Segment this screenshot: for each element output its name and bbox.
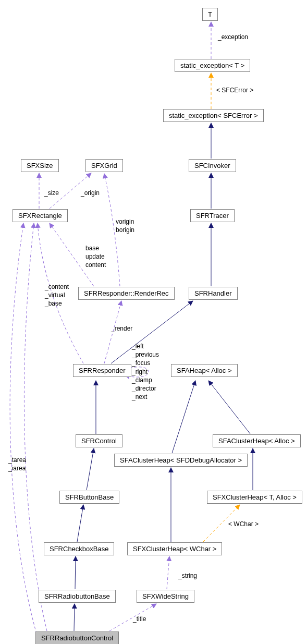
node-label: SFRResponder::RenderRec — [84, 289, 169, 297]
node-label: SFRHandler — [194, 289, 232, 297]
node-label: SFXRectangle — [18, 212, 62, 220]
node-SFRRadiobuttonControl[interactable]: SFRRadiobuttonControl — [35, 631, 119, 644]
edge-label-render: _render — [111, 324, 132, 333]
node-SFCInvoker[interactable]: SFCInvoker — [189, 159, 236, 172]
node-label: SFCInvoker — [194, 162, 230, 169]
node-SFAClusterHeap-DbgAlloc[interactable]: SFAClusterHeap< SFDDebugAllocator > — [114, 454, 248, 467]
node-T[interactable]: T — [202, 8, 218, 21]
node-label: SFRControl — [81, 437, 117, 445]
node-SFRResponder[interactable]: SFRResponder — [73, 364, 131, 377]
node-SFAClusterHeap-Alloc[interactable]: SFAClusterHeap< Alloc > — [213, 434, 301, 447]
node-label: SFAClusterHeap< SFDDebugAllocator > — [120, 456, 242, 464]
node-SFRRadiobuttonBase[interactable]: SFRRadiobuttonBase — [39, 590, 116, 603]
node-SFXWideString[interactable]: SFXWideString — [137, 590, 194, 603]
node-SFRCheckboxBase[interactable]: SFRCheckboxBase — [44, 542, 114, 555]
node-label: SFXSize — [27, 162, 53, 169]
edge-label-cvb: _content _virtual _base — [45, 283, 69, 308]
node-label: SFRResponder — [79, 367, 126, 374]
node-label: SFRRadiobuttonBase — [44, 592, 110, 600]
node-label: static_exception< SFCError > — [169, 112, 258, 119]
node-static-exception-T[interactable]: static_exception< T > — [175, 59, 250, 72]
node-SFXRectangle[interactable]: SFXRectangle — [13, 209, 68, 222]
edge-label-exception: _exception — [218, 33, 248, 41]
edge-label-sfcerror: < SFCError > — [216, 86, 253, 94]
edge-label-vorigin: vorigin borigin — [116, 217, 134, 234]
edge-label-tarea: _tarea _iarea — [8, 456, 26, 472]
node-label: SFAClusterHeap< Alloc > — [218, 437, 295, 445]
node-label: SFXGrid — [91, 162, 117, 169]
node-label: SFAHeap< Alloc > — [177, 367, 232, 374]
node-SFXClusterHeap-T-Alloc[interactable]: SFXClusterHeap< T, Alloc > — [207, 491, 302, 504]
node-label: SFRRadiobuttonControl — [41, 634, 113, 642]
node-SFRResponder-RenderRec[interactable]: SFRResponder::RenderRec — [78, 287, 175, 300]
node-SFXSize[interactable]: SFXSize — [21, 159, 59, 172]
edge-label-origin: _origin — [81, 189, 100, 197]
node-SFAHeap-Alloc[interactable]: SFAHeap< Alloc > — [171, 364, 238, 377]
node-SFRHandler[interactable]: SFRHandler — [189, 287, 238, 300]
diagram-canvas: T static_exception< T > static_exception… — [0, 0, 307, 644]
edge-label-base-upd: base update content — [85, 244, 106, 270]
node-static-exception-SFCError[interactable]: static_exception< SFCError > — [163, 109, 264, 122]
node-SFXGrid[interactable]: SFXGrid — [85, 159, 123, 172]
node-label: SFRCheckboxBase — [50, 545, 108, 553]
node-SFXClusterHeap-WChar[interactable]: SFXClusterHeap< WChar > — [127, 542, 222, 555]
edge-label-selfloop: _left _previous _focus _right _clamp _di… — [132, 342, 159, 401]
node-label: SFXWideString — [142, 592, 189, 600]
node-SFRTracer[interactable]: SFRTracer — [190, 209, 235, 222]
node-SFRControl[interactable]: SFRControl — [76, 434, 122, 447]
node-label: SFRTracer — [196, 212, 229, 220]
edge-label-wchar: < WChar > — [228, 520, 259, 528]
node-label: T — [208, 10, 212, 18]
node-label: SFXClusterHeap< WChar > — [133, 545, 216, 553]
edge-label-size: _size — [44, 189, 59, 197]
node-label: static_exception< T > — [180, 62, 244, 69]
edge-label-title: _title — [133, 615, 146, 623]
node-label: SFXClusterHeap< T, Alloc > — [213, 493, 297, 501]
node-SFRButtonBase[interactable]: SFRButtonBase — [59, 491, 119, 504]
node-label: SFRButtonBase — [65, 493, 114, 501]
edge-label-string: _string — [178, 572, 197, 580]
